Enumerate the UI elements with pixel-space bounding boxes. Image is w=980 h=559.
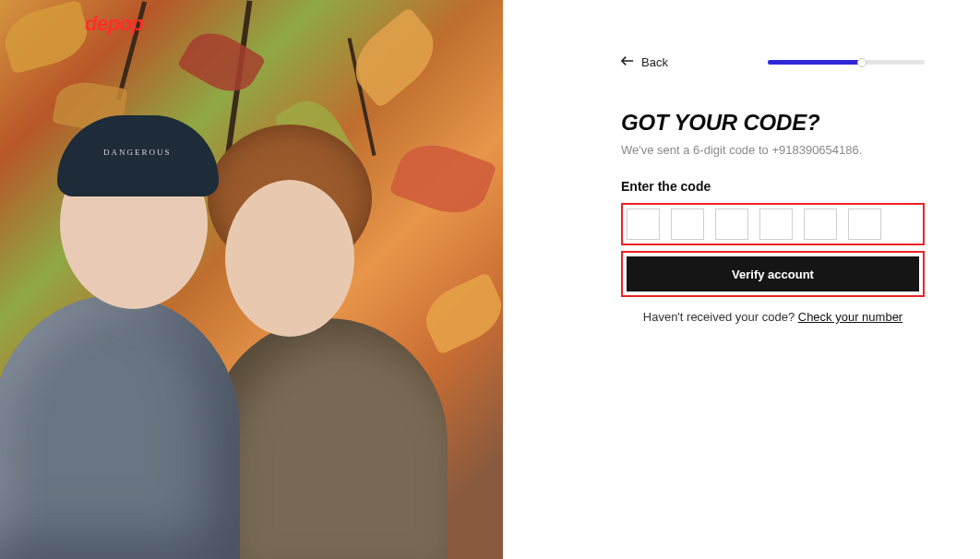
code-digit-5[interactable] <box>804 208 837 240</box>
progress-fill <box>768 60 862 65</box>
code-digit-3[interactable] <box>715 208 748 240</box>
brand-logo: depop <box>85 12 144 36</box>
code-label: Enter the code <box>621 179 925 194</box>
page-subtext: We've sent a 6-digit code to +9183906541… <box>621 143 925 157</box>
cap-caption: DANGEROUS <box>103 148 172 157</box>
progress-bar <box>768 60 925 65</box>
page-title: GOT YOUR CODE? <box>621 110 925 136</box>
back-button[interactable]: Back <box>621 55 668 69</box>
resend-row: Haven't received your code? Check your n… <box>621 310 925 324</box>
resend-prefix: Haven't received your code? <box>643 310 798 324</box>
code-highlight <box>621 203 925 245</box>
code-digit-6[interactable] <box>848 208 881 240</box>
verify-highlight: Verify account <box>621 251 925 297</box>
form-panel: Back GOT YOUR CODE? We've sent a 6-digit… <box>503 0 980 559</box>
verify-button[interactable]: Verify account <box>627 256 919 291</box>
code-input-row <box>627 208 919 240</box>
back-label: Back <box>641 55 668 69</box>
check-number-link[interactable]: Check your number <box>798 310 902 324</box>
code-digit-1[interactable] <box>627 208 660 240</box>
arrow-left-icon <box>621 55 634 69</box>
hero-image: DANGEROUS depop <box>0 0 503 559</box>
app-container: DANGEROUS depop Back GOT YOUR CODE? We'v… <box>0 0 980 559</box>
top-row: Back <box>621 55 925 69</box>
progress-knob[interactable] <box>857 58 866 67</box>
code-digit-4[interactable] <box>759 208 793 240</box>
code-digit-2[interactable] <box>671 208 704 240</box>
